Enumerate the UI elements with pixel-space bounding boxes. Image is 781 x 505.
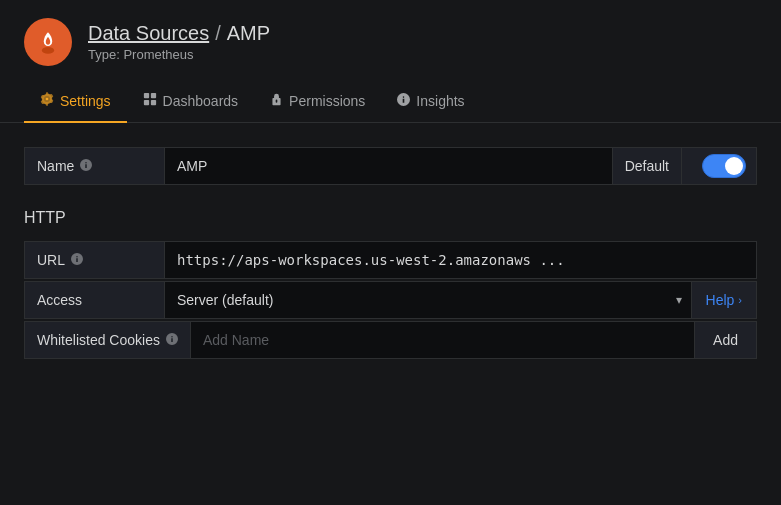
svg-rect-3 [143,100,148,105]
breadcrumb-separator: / [215,22,221,45]
url-input[interactable] [164,241,757,279]
cookies-label-text: Whitelisted Cookies [37,332,160,348]
cookies-input[interactable] [190,321,695,359]
access-label: Access [24,281,164,319]
svg-point-0 [42,47,54,54]
tab-bar: Settings Dashboards Permissions Insights [0,80,781,123]
cookies-info-icon[interactable] [166,333,178,348]
name-label: Name [24,147,164,185]
tab-permissions[interactable]: Permissions [254,81,381,123]
page-name: AMP [227,22,270,45]
header-text: Data Sources / AMP Type: Prometheus [88,22,270,62]
url-label: URL [24,241,164,279]
http-section: HTTP URL Access Server (default) Browser [24,209,757,359]
insights-tab-label: Insights [416,93,464,109]
default-label: Default [613,147,682,185]
dashboards-icon [143,92,157,109]
help-link[interactable]: Help › [692,281,757,319]
add-cookie-button[interactable]: Add [695,321,757,359]
page-header: Data Sources / AMP Type: Prometheus [0,0,781,80]
svg-rect-2 [150,93,155,98]
url-label-text: URL [37,252,65,268]
cookies-label: Whitelisted Cookies [24,321,190,359]
toggle-knob [725,157,743,175]
breadcrumb: Data Sources / AMP [88,22,270,45]
name-input[interactable] [164,147,613,185]
help-chevron-icon: › [738,294,742,306]
permissions-tab-label: Permissions [289,93,365,109]
name-info-icon[interactable] [80,159,92,174]
default-toggle[interactable] [702,154,746,178]
settings-tab-label: Settings [60,93,111,109]
tab-insights[interactable]: Insights [381,81,480,123]
lock-icon [270,93,283,109]
help-label: Help [706,292,735,308]
access-select[interactable]: Server (default) Browser [164,281,692,319]
tab-dashboards[interactable]: Dashboards [127,80,255,123]
tab-settings[interactable]: Settings [24,80,127,123]
svg-rect-4 [150,100,155,105]
access-label-text: Access [37,292,82,308]
cookies-row: Whitelisted Cookies Add [24,321,757,359]
url-info-icon[interactable] [71,253,83,268]
access-row: Access Server (default) Browser ▾ Help › [24,281,757,319]
name-label-text: Name [37,158,74,174]
http-section-title: HTTP [24,209,757,227]
access-select-wrapper: Server (default) Browser ▾ [164,281,692,319]
settings-content: Name Default HTTP URL [0,123,781,385]
datasources-link[interactable]: Data Sources [88,22,209,45]
svg-rect-1 [143,93,148,98]
page-subtitle: Type: Prometheus [88,47,270,62]
app-logo [24,18,72,66]
name-row: Name Default [24,147,757,185]
dashboards-tab-label: Dashboards [163,93,239,109]
url-row: URL [24,241,757,279]
default-toggle-wrapper [682,147,757,185]
info-icon [397,93,410,109]
settings-icon [40,92,54,109]
